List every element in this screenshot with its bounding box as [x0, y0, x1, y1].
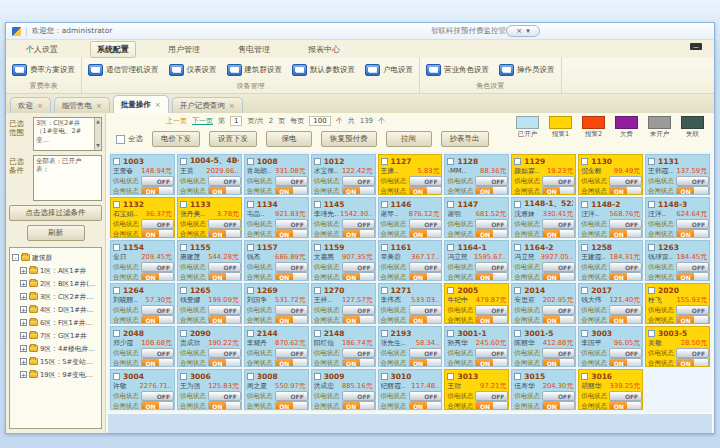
meter-card[interactable]: 1132石宝娟..36.37元供电状态OFF合闸状态ON — [110, 197, 175, 238]
meter-card[interactable]: 1263钱球雷..184.45元供电状态OFF合闸状态ON — [645, 240, 710, 281]
prev-page-link[interactable]: 上一页 — [166, 116, 187, 126]
expand-icon[interactable]: + — [20, 280, 27, 287]
tree-node[interactable]: +1区：A区1#井 — [12, 264, 99, 277]
meter-card[interactable]: 3001-1孙秀华245.60元供电状态OFF合闸状态ON — [444, 326, 509, 367]
meter-card[interactable]: 1148-1、522沈雁妹330.41元供电状态OFF合闸状态ON — [511, 197, 576, 238]
switch-toggle-on[interactable]: ON — [609, 401, 642, 410]
card-checkbox[interactable] — [581, 287, 588, 294]
switch-toggle-on[interactable]: ON — [609, 358, 642, 367]
toolbar-button-拉闸[interactable]: 拉闸 — [386, 131, 432, 147]
supply-toggle-off[interactable]: OFF — [409, 305, 442, 315]
meter-card[interactable]: 2014安思霓202.95元供电状态OFF合闸状态ON — [511, 283, 576, 324]
supply-toggle-off[interactable]: OFF — [342, 305, 375, 315]
card-checkbox[interactable] — [180, 201, 187, 208]
page-number-input[interactable]: 1 — [230, 116, 242, 126]
supply-toggle-off[interactable]: OFF — [342, 391, 375, 401]
meter-card[interactable]: 1003王爱春148.94元供电状态OFF合闸状态ON — [110, 154, 175, 195]
supply-toggle-off[interactable]: OFF — [409, 348, 442, 358]
meter-card[interactable]: 1155唐建莲544.28元供电状态OFF合闸状态ON — [177, 240, 242, 281]
switch-toggle-on[interactable]: ON — [141, 401, 174, 410]
card-checkbox[interactable] — [581, 330, 588, 337]
meter-card[interactable]: 1154金日209.45元供电状态OFF合闸状态ON — [110, 240, 175, 281]
supply-toggle-off[interactable]: OFF — [208, 391, 241, 401]
meter-card[interactable]: 1133张丹美..3.78元供电状态OFF合闸状态ON — [177, 197, 242, 238]
supply-toggle-off[interactable]: OFF — [475, 262, 508, 272]
switch-toggle-on[interactable]: ON — [409, 272, 442, 281]
meter-card[interactable]: 1146谢琴..876.12元供电状态OFF合闸状态ON — [378, 197, 443, 238]
meter-card[interactable]: 1130倪金毅99.49元供电状态OFF合闸状态ON — [578, 154, 643, 195]
meter-card[interactable]: 1157钱杰686.89元供电状态OFF合闸状态ON — [244, 240, 309, 281]
ribbon-button-通信管理机设置[interactable]: 通信管理机设置 — [88, 64, 159, 76]
switch-toggle-on[interactable]: ON — [609, 229, 642, 238]
expand-icon[interactable]: + — [20, 293, 27, 300]
card-checkbox[interactable] — [447, 244, 454, 251]
card-checkbox[interactable] — [648, 201, 655, 208]
meter-card[interactable]: 1161覃美蓉367.17..供电状态OFF合闸状态ON — [378, 240, 443, 281]
card-checkbox[interactable] — [180, 287, 187, 294]
card-checkbox[interactable] — [381, 244, 388, 251]
supply-toggle-off[interactable]: OFF — [475, 391, 508, 401]
card-checkbox[interactable] — [314, 330, 321, 337]
card-checkbox[interactable] — [381, 287, 388, 294]
card-checkbox[interactable] — [113, 330, 120, 337]
supply-toggle-off[interactable]: OFF — [409, 176, 442, 186]
card-checkbox[interactable] — [648, 244, 655, 251]
meter-card[interactable]: 1004-5、4B一王英2029.66..供电状态OFF合闸状态ON — [177, 154, 242, 195]
switch-toggle-on[interactable]: ON — [409, 186, 442, 195]
next-page-link[interactable]: 下一页 — [192, 116, 213, 126]
switch-toggle-on[interactable]: ON — [409, 229, 442, 238]
switch-toggle-on[interactable]: ON — [676, 229, 709, 238]
card-checkbox[interactable] — [514, 330, 521, 337]
expand-icon[interactable]: + — [20, 267, 27, 274]
supply-toggle-off[interactable]: OFF — [542, 219, 575, 229]
switch-toggle-on[interactable]: ON — [141, 315, 174, 324]
scroll-up-icon[interactable]: ▲ — [96, 119, 99, 125]
meter-card[interactable]: 2148阳红仙186.74元供电状态OFF合闸状态ON — [311, 326, 376, 367]
card-checkbox[interactable] — [581, 201, 588, 208]
meter-card[interactable]: 2144李耀丹870.62元供电状态OFF合闸状态ON — [244, 326, 309, 367]
switch-toggle-on[interactable]: ON — [609, 186, 642, 195]
supply-toggle-off[interactable]: OFF — [676, 305, 709, 315]
tab-开户记费查询[interactable]: 开户记费查询× — [172, 97, 243, 113]
tab-close-icon[interactable]: × — [155, 101, 161, 109]
expand-icon[interactable]: + — [20, 306, 27, 313]
meter-card[interactable]: 3015伍寿华204.30元供电状态OFF合闸状态ON — [511, 369, 576, 410]
meter-card[interactable]: 1008青岛朗..331.08元供电状态OFF合闸状态ON — [244, 154, 309, 195]
meter-card[interactable]: 1164-2冯立慧3927.05..供电状态OFF合闸状态ON — [511, 240, 576, 281]
supply-toggle-off[interactable]: OFF — [676, 176, 709, 186]
meter-card[interactable]: 1164-1冯立慧1595.67..供电状态OFF合闸状态ON — [444, 240, 509, 281]
select-all-checkbox[interactable] — [116, 135, 125, 144]
chevron-down-icon[interactable]: ▾ — [526, 28, 530, 35]
switch-toggle-on[interactable]: ON — [342, 186, 375, 195]
switch-toggle-on[interactable]: ON — [141, 272, 174, 281]
supply-toggle-off[interactable]: OFF — [141, 391, 174, 401]
supply-toggle-off[interactable]: OFF — [342, 262, 375, 272]
toolbar-button-保电[interactable]: 保电 — [266, 131, 312, 147]
supply-toggle-off[interactable]: OFF — [342, 176, 375, 186]
meter-card[interactable]: 2090贵成欣190.22元供电状态OFF合闸状态ON — [177, 326, 242, 367]
toolbar-button-电价下发[interactable]: 电价下发 — [152, 131, 200, 147]
supply-toggle-off[interactable]: OFF — [609, 219, 642, 229]
supply-toggle-off[interactable]: OFF — [141, 262, 174, 272]
switch-toggle-on[interactable]: ON — [542, 186, 575, 195]
supply-toggle-off[interactable]: OFF — [542, 305, 575, 315]
switch-toggle-on[interactable]: ON — [676, 358, 709, 367]
switch-toggle-on[interactable]: ON — [676, 315, 709, 324]
meter-card[interactable]: 1134韦晶..921.83元供电状态OFF合闸状态ON — [244, 197, 309, 238]
card-checkbox[interactable] — [247, 373, 254, 380]
collapse-icon[interactable]: - — [12, 254, 19, 261]
supply-toggle-off[interactable]: OFF — [475, 348, 508, 358]
meter-card[interactable]: 2017钱大伟121.40元供电状态OFF合闸状态ON — [578, 283, 643, 324]
supply-toggle-off[interactable]: OFF — [475, 176, 508, 186]
toolbar-button-设置下发[interactable]: 设置下发 — [209, 131, 257, 147]
meter-card[interactable]: 1159文嘉惠907.35元供电状态OFF合闸状态ON — [311, 240, 376, 281]
per-page-input[interactable]: 100 — [309, 116, 330, 126]
menu-item-售电管理[interactable]: 售电管理 — [232, 42, 276, 57]
supply-toggle-off[interactable]: OFF — [609, 262, 642, 272]
supply-toggle-off[interactable]: OFF — [542, 348, 575, 358]
card-checkbox[interactable] — [514, 201, 521, 208]
card-checkbox[interactable] — [314, 158, 321, 165]
switch-toggle-on[interactable]: ON — [542, 272, 575, 281]
tab-批量操作[interactable]: 批量操作× — [113, 95, 169, 113]
ribbon-button-营业角色设置[interactable]: 营业角色设置 — [426, 64, 489, 76]
